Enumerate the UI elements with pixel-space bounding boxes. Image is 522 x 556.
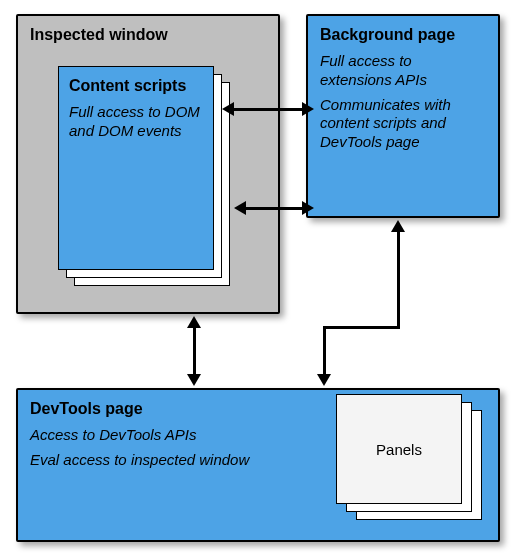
background-page-box: Background page Full access to extension…	[306, 14, 500, 218]
content-scripts-box: Content scripts Full access to DOM and D…	[58, 66, 214, 270]
arrow-bg-dt-head-up	[391, 220, 405, 232]
arrow-cs-bg-head-right	[302, 102, 314, 116]
panels-label: Panels	[376, 441, 422, 458]
arrow-cs-bg-line	[232, 108, 304, 111]
arrow-iw-dt-line	[193, 326, 196, 376]
background-page-desc1: Full access to extensions APIs	[320, 52, 486, 90]
background-page-desc2: Communicates with content scripts and De…	[320, 96, 486, 152]
arrow-bg-dt-head-down	[317, 374, 331, 386]
arrow-bg-dt-v2	[323, 326, 326, 376]
panels-box: Panels	[336, 394, 462, 504]
arrow-iw-dt-head-down	[187, 374, 201, 386]
background-page-title: Background page	[320, 26, 486, 44]
arrow-cs-bg-head-left	[222, 102, 234, 116]
arrow-iw-dt-head-up	[187, 316, 201, 328]
diagram-canvas: Inspected window Content scripts Full ac…	[0, 0, 522, 556]
arrow-cs-bg2-line	[244, 207, 304, 210]
arrow-bg-dt-h	[323, 326, 400, 329]
arrow-cs-bg2-head-left	[234, 201, 246, 215]
inspected-window-title: Inspected window	[30, 26, 266, 44]
arrow-bg-dt-v	[397, 230, 400, 328]
arrow-cs-bg2-head-right	[302, 201, 314, 215]
content-scripts-title: Content scripts	[69, 77, 203, 95]
content-scripts-desc: Full access to DOM and DOM events	[69, 103, 203, 141]
